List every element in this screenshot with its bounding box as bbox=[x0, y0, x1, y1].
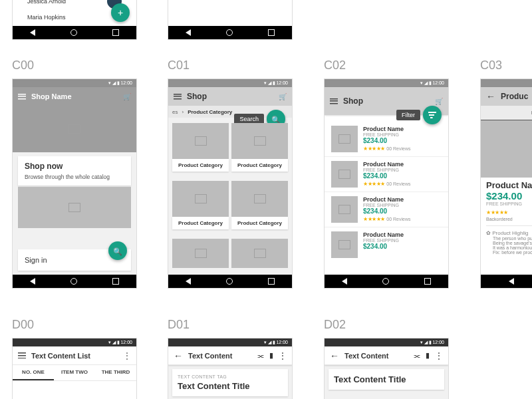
status-bar: ▾ ◢ ▮ 12:00 bbox=[325, 79, 448, 87]
c00-phone: ▾ ◢ ▮ 12:00 Shop Name Shop now Browse th… bbox=[12, 78, 137, 289]
breadcrumb-sep: › bbox=[182, 109, 184, 115]
recent-icon[interactable] bbox=[268, 278, 275, 285]
home-icon[interactable] bbox=[70, 278, 77, 285]
card-sub: Browse through the whole catalog bbox=[25, 174, 124, 180]
more-icon[interactable]: ⋮ bbox=[123, 351, 131, 360]
android-navbar[interactable] bbox=[13, 275, 136, 288]
recent-icon[interactable] bbox=[424, 278, 431, 285]
c01-phone: ▾ ◢ ▮ 12:00 Shop es› Product Category Se… bbox=[168, 78, 293, 289]
promo-image bbox=[18, 187, 131, 228]
back-arrow-icon[interactable]: ← bbox=[174, 350, 183, 361]
back-arrow-icon[interactable]: ← bbox=[330, 350, 339, 361]
status-bar: ▾ ◢ ▮ 12:00 bbox=[168, 338, 292, 346]
cart-icon[interactable] bbox=[123, 93, 131, 100]
category-tile[interactable]: Product Category bbox=[172, 181, 229, 236]
back-arrow-icon[interactable]: ← bbox=[486, 91, 495, 102]
home-icon[interactable] bbox=[226, 29, 233, 36]
recent-icon[interactable] bbox=[268, 29, 275, 36]
tab-two[interactable]: ITEM TWO bbox=[54, 365, 95, 380]
category-tile[interactable]: Product Category bbox=[231, 181, 288, 236]
content-title: Text Content Title bbox=[178, 381, 283, 391]
app-bar: Shop Name bbox=[13, 87, 136, 106]
back-icon[interactable] bbox=[186, 278, 191, 285]
bookmark-icon[interactable]: ▮ bbox=[269, 351, 273, 360]
android-navbar[interactable] bbox=[13, 26, 136, 39]
content-card: TEXT CONTENT TAG Text Content Title bbox=[172, 369, 288, 396]
back-icon[interactable] bbox=[30, 278, 35, 285]
breadcrumb[interactable]: Product Category bbox=[188, 109, 232, 115]
shop-now-card[interactable]: Shop now Browse through the whole catalo… bbox=[18, 156, 131, 186]
label-c03: C03 bbox=[480, 59, 502, 72]
recent-icon[interactable] bbox=[112, 29, 119, 36]
tabs: NO. ONE ITEM TWO THE THIRD bbox=[13, 365, 136, 381]
app-title: Text Content List bbox=[31, 352, 90, 360]
more-icon[interactable]: ⋮ bbox=[435, 351, 443, 360]
label-d01: D01 bbox=[168, 318, 190, 332]
cart-icon[interactable] bbox=[279, 93, 287, 100]
category-tile[interactable] bbox=[172, 239, 229, 275]
back-icon[interactable] bbox=[342, 278, 347, 285]
tab-one[interactable]: NO. ONE bbox=[481, 106, 532, 121]
home-icon[interactable] bbox=[382, 278, 389, 285]
android-navbar[interactable] bbox=[168, 26, 292, 39]
app-bar: Shop bbox=[168, 87, 292, 106]
back-icon[interactable] bbox=[186, 29, 191, 36]
back-icon[interactable] bbox=[509, 278, 514, 285]
category-tile[interactable]: Product Category bbox=[231, 123, 288, 178]
highlight: Fix: before we proceed f bbox=[486, 250, 532, 255]
category-tile[interactable]: Product Category bbox=[172, 123, 229, 178]
stars-icon: ★★★★★ bbox=[363, 216, 385, 222]
share-icon[interactable]: ⫘ bbox=[413, 352, 420, 360]
app-bar: ← Text Content ⫘ ▮ ⋮ bbox=[168, 346, 292, 365]
menu-icon[interactable] bbox=[18, 94, 26, 100]
label-c01: C01 bbox=[168, 59, 190, 72]
status-bar: ▾ ◢ ▮ 12:00 bbox=[481, 79, 532, 87]
tab-one[interactable]: NO. ONE bbox=[13, 365, 54, 380]
app-title: Text Content bbox=[344, 352, 388, 360]
menu-icon[interactable] bbox=[330, 98, 338, 104]
android-navbar[interactable] bbox=[168, 275, 292, 288]
app-title: Shop Name bbox=[31, 92, 72, 100]
product-hero bbox=[481, 120, 532, 178]
menu-icon[interactable] bbox=[174, 94, 182, 100]
android-navbar[interactable] bbox=[325, 275, 448, 288]
back-icon[interactable] bbox=[30, 29, 35, 36]
product-row[interactable]: Product Name FREE SHIPPING $234.00 ★★★★★… bbox=[325, 192, 448, 227]
shipping-label: FREE SHIPPING bbox=[363, 132, 442, 137]
status-bar: ▾ ◢ ▮ 12:00 bbox=[13, 79, 136, 87]
product-image bbox=[331, 126, 358, 152]
d01-phone: ▾ ◢ ▮ 12:00 ← Text Content ⫘ ▮ ⋮ TEXT CO… bbox=[168, 338, 293, 399]
menu-icon[interactable] bbox=[18, 352, 26, 358]
fab-add[interactable]: + bbox=[111, 3, 130, 22]
app-title: Shop bbox=[187, 92, 207, 101]
filter-chip[interactable]: Filter bbox=[396, 110, 420, 120]
search-icon bbox=[113, 245, 122, 256]
hero-image bbox=[13, 106, 136, 152]
contact-name: Jessica Arnold bbox=[27, 0, 66, 5]
breadcrumb[interactable]: es bbox=[172, 109, 178, 115]
category-tile[interactable] bbox=[231, 239, 288, 275]
home-icon[interactable] bbox=[70, 29, 77, 36]
bookmark-icon[interactable]: ▮ bbox=[426, 351, 430, 360]
cart-icon[interactable] bbox=[435, 98, 443, 105]
product-row[interactable]: Product Name FREE SHIPPING $234.00 ★★★★★… bbox=[325, 122, 448, 157]
fab-search[interactable] bbox=[108, 241, 127, 260]
stars-icon: ★★★★★ bbox=[486, 209, 508, 215]
home-icon[interactable] bbox=[226, 278, 233, 285]
highlight: It was a harmoniously bbox=[486, 245, 532, 250]
stars-icon: ★★★★★ bbox=[363, 146, 385, 152]
android-navbar[interactable] bbox=[481, 275, 532, 288]
product-image bbox=[331, 231, 358, 258]
filter-icon bbox=[428, 112, 436, 118]
email-row[interactable]: contact@gmail.com Work bbox=[176, 0, 284, 3]
product-row[interactable]: Product Name FREE SHIPPING $234.00 bbox=[325, 227, 448, 262]
recent-icon[interactable] bbox=[112, 278, 119, 285]
share-icon[interactable]: ⫘ bbox=[257, 352, 264, 360]
email-tag: Work bbox=[196, 0, 249, 1]
d02-phone: ▾ ◢ ▮ 12:00 ← Text Content ⫘ ▮ ⋮ Text Co… bbox=[324, 338, 449, 399]
signin-label: Sign in bbox=[25, 256, 47, 264]
more-icon[interactable]: ⋮ bbox=[279, 351, 287, 360]
product-row[interactable]: Product Name FREE SHIPPING $234.00 ★★★★★… bbox=[325, 157, 448, 192]
app-title: Text Content bbox=[188, 352, 232, 360]
tab-three[interactable]: THE THIRD bbox=[95, 365, 136, 380]
